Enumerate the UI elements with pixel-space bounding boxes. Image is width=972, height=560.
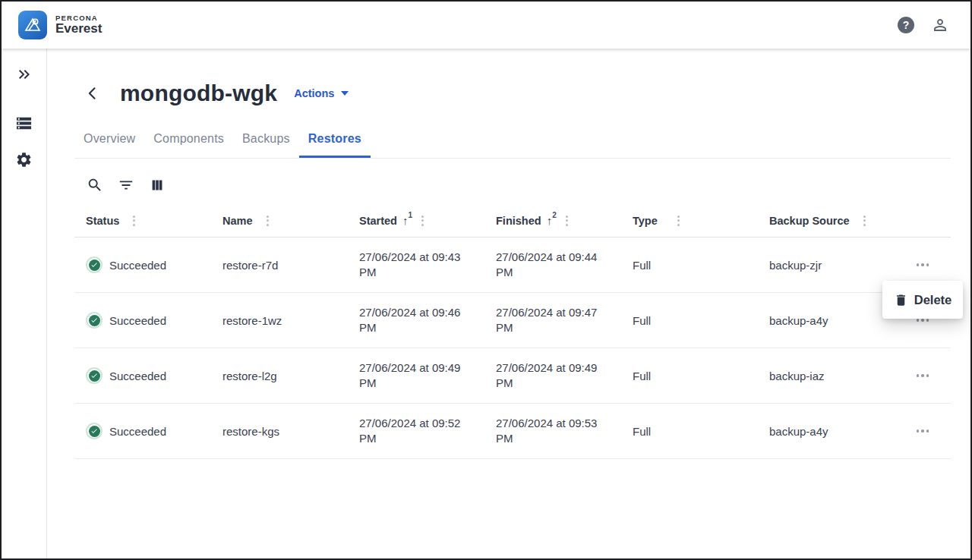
tab-bar: Overview Components Backups Restores: [74, 124, 951, 159]
columns-button[interactable]: [149, 177, 166, 193]
actions-cell: [895, 370, 951, 382]
backup-source-cell: backup-a4y: [758, 314, 895, 327]
page-title: mongodb-wgk: [120, 80, 277, 106]
status-cell: Succeeded: [74, 423, 211, 439]
row-actions-button[interactable]: [912, 259, 934, 271]
actions-cell: [895, 425, 951, 437]
backup-source-cell: backup-zjr: [758, 259, 895, 272]
everest-logo-icon: [18, 11, 47, 39]
delete-menu-label: Delete: [914, 293, 952, 307]
sort-asc-icon[interactable]: ↑1: [402, 215, 412, 226]
finished-cell: 27/06/2024 at 09:49 PM: [484, 360, 621, 391]
column-header-finished[interactable]: Finished ↑2: [484, 214, 621, 228]
row-actions-button[interactable]: [912, 370, 934, 382]
back-button[interactable]: [85, 86, 100, 101]
actions-cell: [895, 259, 951, 271]
table-header-row: Status Name Started ↑1: [74, 204, 951, 238]
tab-overview[interactable]: Overview: [74, 124, 144, 158]
column-header-backup-source[interactable]: Backup Source: [758, 214, 895, 228]
account-button[interactable]: [931, 16, 949, 34]
table-toolbar: [74, 177, 951, 193]
status-label: Succeeded: [109, 314, 166, 327]
delete-menu-item[interactable]: Delete: [894, 293, 952, 307]
table-row[interactable]: Succeeded restore-l2g 27/06/2024 at 09:4…: [74, 348, 951, 404]
column-label: Type: [633, 215, 658, 227]
column-header-status[interactable]: Status: [74, 214, 211, 228]
app-window: PERCONA Everest ?: [0, 0, 972, 560]
column-menu-icon[interactable]: [862, 214, 867, 228]
filter-icon: [118, 177, 134, 193]
databases-list-icon: [15, 115, 33, 132]
columns-icon: [149, 177, 166, 193]
brand-everest-label: Everest: [55, 22, 102, 36]
status-cell: Succeeded: [74, 367, 211, 384]
started-cell: 27/06/2024 at 09:46 PM: [348, 305, 484, 335]
search-button[interactable]: [87, 177, 103, 193]
filter-button[interactable]: [118, 177, 134, 193]
appbar-actions: ?: [898, 16, 949, 34]
sidebar-item-databases[interactable]: [14, 114, 35, 132]
column-header-started[interactable]: Started ↑1: [348, 214, 484, 228]
tab-backups[interactable]: Backups: [233, 124, 299, 158]
sort-asc-icon[interactable]: ↑2: [547, 215, 557, 226]
sort-order-badge: 1: [408, 212, 412, 219]
status-cell: Succeeded: [74, 312, 211, 329]
status-label: Succeeded: [109, 370, 166, 382]
ellipsis-icon: [917, 263, 929, 266]
success-icon: [86, 312, 103, 329]
brand-text: PERCONA Everest: [55, 14, 102, 36]
app-bar: PERCONA Everest ?: [2, 2, 970, 49]
page-header: mongodb-wgk Actions: [74, 80, 951, 106]
row-context-menu: Delete: [882, 281, 963, 319]
name-cell: restore-1wz: [211, 314, 348, 327]
status-cell: Succeeded: [74, 256, 211, 273]
table-row[interactable]: Succeeded restore-1wz 27/06/2024 at 09:4…: [74, 293, 951, 348]
success-icon: [86, 423, 103, 439]
column-label: Backup Source: [769, 215, 850, 227]
sidebar: [2, 49, 47, 558]
name-cell: restore-kgs: [211, 425, 348, 438]
search-icon: [87, 177, 103, 193]
tab-components[interactable]: Components: [144, 124, 233, 158]
column-menu-icon[interactable]: [676, 214, 681, 228]
type-cell: Full: [621, 314, 758, 327]
chevron-left-icon: [85, 86, 100, 101]
double-chevron-right-icon: [15, 65, 33, 83]
backup-source-cell: backup-iaz: [758, 370, 895, 382]
type-cell: Full: [621, 259, 758, 272]
sidebar-expand-button[interactable]: [14, 65, 35, 83]
actions-label: Actions: [294, 87, 334, 99]
column-header-name[interactable]: Name: [211, 214, 348, 228]
column-menu-icon[interactable]: [265, 214, 270, 228]
tab-restores[interactable]: Restores: [299, 124, 371, 158]
column-menu-icon[interactable]: [131, 214, 137, 228]
table-row[interactable]: Succeeded restore-kgs 27/06/2024 at 09:5…: [74, 404, 951, 459]
name-cell: restore-l2g: [211, 370, 348, 382]
status-label: Succeeded: [109, 259, 166, 272]
brand-home-link[interactable]: PERCONA Everest: [18, 11, 102, 39]
column-menu-icon[interactable]: [420, 214, 425, 228]
started-cell: 27/06/2024 at 09:49 PM: [348, 360, 484, 391]
column-menu-icon[interactable]: [564, 214, 570, 228]
finished-cell: 27/06/2024 at 09:47 PM: [484, 305, 621, 335]
finished-cell: 27/06/2024 at 09:53 PM: [484, 416, 621, 446]
help-icon: ?: [898, 17, 914, 33]
column-header-type[interactable]: Type: [621, 214, 758, 228]
actions-dropdown-button[interactable]: Actions: [294, 87, 349, 99]
row-actions-button[interactable]: [912, 425, 934, 437]
started-cell: 27/06/2024 at 09:52 PM: [348, 416, 484, 446]
sidebar-item-settings[interactable]: [14, 150, 35, 168]
help-button[interactable]: ?: [898, 17, 914, 33]
gear-icon: [15, 151, 33, 168]
backup-source-cell: backup-a4y: [758, 425, 895, 438]
table-row[interactable]: Succeeded restore-r7d 27/06/2024 at 09:4…: [74, 238, 951, 293]
ellipsis-icon: [917, 319, 929, 322]
restores-table: Status Name Started ↑1: [74, 204, 951, 459]
chevron-down-icon: [341, 91, 349, 96]
person-icon: [931, 16, 949, 34]
type-cell: Full: [621, 425, 758, 438]
main-content: mongodb-wgk Actions Overview Components …: [48, 49, 970, 558]
type-cell: Full: [621, 370, 758, 382]
status-label: Succeeded: [109, 425, 166, 438]
finished-cell: 27/06/2024 at 09:44 PM: [484, 250, 621, 280]
